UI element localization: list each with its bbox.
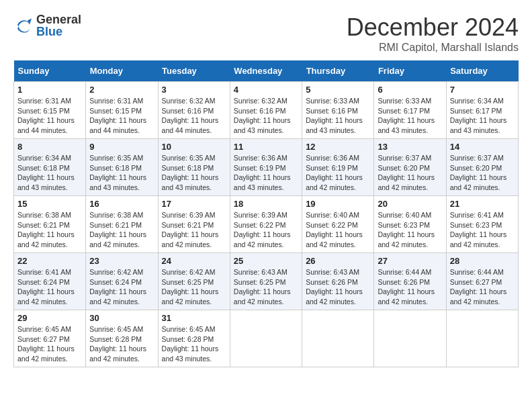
day-cell-5: 5Sunrise: 6:33 AMSunset: 6:16 PMDaylight…	[302, 82, 374, 139]
day-cell-25: 25Sunrise: 6:43 AMSunset: 6:25 PMDayligh…	[230, 253, 302, 310]
day-number: 2	[89, 85, 154, 95]
day-number: 30	[89, 313, 154, 323]
day-info: Sunrise: 6:33 AMSunset: 6:16 PMDaylight:…	[306, 96, 370, 136]
day-number: 31	[162, 313, 226, 323]
day-number: 4	[234, 85, 298, 95]
day-number: 10	[162, 142, 226, 152]
day-number: 3	[162, 85, 226, 95]
weekday-header-monday: Monday	[86, 60, 158, 82]
day-info: Sunrise: 6:31 AMSunset: 6:15 PMDaylight:…	[17, 96, 82, 136]
day-number: 14	[450, 142, 515, 152]
day-cell-31: 31Sunrise: 6:45 AMSunset: 6:28 PMDayligh…	[158, 310, 230, 367]
logo-blue: Blue	[36, 26, 81, 38]
day-info: Sunrise: 6:36 AMSunset: 6:19 PMDaylight:…	[306, 153, 370, 193]
header: General Blue December 2024 RMI Capitol, …	[13, 13, 519, 54]
weekday-header-saturday: Saturday	[446, 60, 518, 82]
day-cell-14: 14Sunrise: 6:37 AMSunset: 6:20 PMDayligh…	[446, 139, 518, 196]
day-cell-2: 2Sunrise: 6:31 AMSunset: 6:15 PMDaylight…	[86, 82, 158, 139]
day-cell-8: 8Sunrise: 6:34 AMSunset: 6:18 PMDaylight…	[14, 139, 86, 196]
weekday-header-wednesday: Wednesday	[230, 60, 302, 82]
day-cell-23: 23Sunrise: 6:42 AMSunset: 6:24 PMDayligh…	[86, 253, 158, 310]
day-info: Sunrise: 6:32 AMSunset: 6:16 PMDaylight:…	[162, 96, 226, 136]
day-number: 27	[378, 256, 442, 266]
day-info: Sunrise: 6:32 AMSunset: 6:16 PMDaylight:…	[234, 96, 298, 136]
day-number: 24	[162, 256, 226, 266]
logo: General Blue	[13, 13, 81, 38]
day-cell-24: 24Sunrise: 6:42 AMSunset: 6:25 PMDayligh…	[158, 253, 230, 310]
weekday-header-row: SundayMondayTuesdayWednesdayThursdayFrid…	[14, 60, 519, 82]
day-cell-18: 18Sunrise: 6:39 AMSunset: 6:22 PMDayligh…	[230, 196, 302, 253]
day-info: Sunrise: 6:45 AMSunset: 6:27 PMDaylight:…	[17, 324, 82, 364]
title-area: December 2024 RMI Capitol, Marshall Isla…	[347, 13, 519, 54]
day-info: Sunrise: 6:36 AMSunset: 6:19 PMDaylight:…	[234, 153, 298, 193]
day-info: Sunrise: 6:39 AMSunset: 6:21 PMDaylight:…	[162, 210, 226, 250]
day-cell-22: 22Sunrise: 6:41 AMSunset: 6:24 PMDayligh…	[14, 253, 86, 310]
day-cell-29: 29Sunrise: 6:45 AMSunset: 6:27 PMDayligh…	[14, 310, 86, 367]
day-info: Sunrise: 6:34 AMSunset: 6:17 PMDaylight:…	[450, 96, 515, 136]
day-number: 26	[306, 256, 370, 266]
month-title: December 2024	[347, 13, 519, 42]
day-number: 12	[306, 142, 370, 152]
day-cell-12: 12Sunrise: 6:36 AMSunset: 6:19 PMDayligh…	[302, 139, 374, 196]
day-cell-16: 16Sunrise: 6:38 AMSunset: 6:21 PMDayligh…	[86, 196, 158, 253]
day-cell-15: 15Sunrise: 6:38 AMSunset: 6:21 PMDayligh…	[14, 196, 86, 253]
day-info: Sunrise: 6:33 AMSunset: 6:17 PMDaylight:…	[378, 96, 442, 136]
empty-cell	[302, 310, 374, 367]
week-row-4: 22Sunrise: 6:41 AMSunset: 6:24 PMDayligh…	[14, 253, 519, 310]
day-info: Sunrise: 6:42 AMSunset: 6:25 PMDaylight:…	[162, 267, 226, 307]
week-row-1: 1Sunrise: 6:31 AMSunset: 6:15 PMDaylight…	[14, 82, 519, 139]
day-info: Sunrise: 6:37 AMSunset: 6:20 PMDaylight:…	[378, 153, 442, 193]
day-info: Sunrise: 6:45 AMSunset: 6:28 PMDaylight:…	[89, 324, 154, 364]
day-number: 28	[450, 256, 515, 266]
empty-cell	[230, 310, 302, 367]
day-cell-19: 19Sunrise: 6:40 AMSunset: 6:22 PMDayligh…	[302, 196, 374, 253]
week-row-2: 8Sunrise: 6:34 AMSunset: 6:18 PMDaylight…	[14, 139, 519, 196]
day-cell-13: 13Sunrise: 6:37 AMSunset: 6:20 PMDayligh…	[374, 139, 446, 196]
day-cell-20: 20Sunrise: 6:40 AMSunset: 6:23 PMDayligh…	[374, 196, 446, 253]
day-info: Sunrise: 6:43 AMSunset: 6:26 PMDaylight:…	[306, 267, 370, 307]
empty-cell	[446, 310, 518, 367]
day-cell-26: 26Sunrise: 6:43 AMSunset: 6:26 PMDayligh…	[302, 253, 374, 310]
day-number: 15	[17, 199, 82, 209]
day-cell-30: 30Sunrise: 6:45 AMSunset: 6:28 PMDayligh…	[86, 310, 158, 367]
day-cell-4: 4Sunrise: 6:32 AMSunset: 6:16 PMDaylight…	[230, 82, 302, 139]
day-number: 7	[450, 85, 515, 95]
weekday-header-sunday: Sunday	[14, 60, 86, 82]
day-info: Sunrise: 6:43 AMSunset: 6:25 PMDaylight:…	[234, 267, 298, 307]
day-info: Sunrise: 6:38 AMSunset: 6:21 PMDaylight:…	[89, 210, 154, 250]
day-number: 23	[89, 256, 154, 266]
weekday-header-thursday: Thursday	[302, 60, 374, 82]
day-cell-11: 11Sunrise: 6:36 AMSunset: 6:19 PMDayligh…	[230, 139, 302, 196]
day-number: 9	[89, 142, 154, 152]
day-info: Sunrise: 6:34 AMSunset: 6:18 PMDaylight:…	[17, 153, 82, 193]
location-title: RMI Capitol, Marshall Islands	[347, 42, 519, 54]
day-number: 19	[306, 199, 370, 209]
day-info: Sunrise: 6:31 AMSunset: 6:15 PMDaylight:…	[89, 96, 154, 136]
day-cell-21: 21Sunrise: 6:41 AMSunset: 6:23 PMDayligh…	[446, 196, 518, 253]
day-number: 22	[17, 256, 82, 266]
day-info: Sunrise: 6:44 AMSunset: 6:27 PMDaylight:…	[450, 267, 515, 307]
day-cell-28: 28Sunrise: 6:44 AMSunset: 6:27 PMDayligh…	[446, 253, 518, 310]
logo-icon	[13, 15, 34, 36]
logo-general: General	[36, 13, 81, 26]
week-row-5: 29Sunrise: 6:45 AMSunset: 6:27 PMDayligh…	[14, 310, 519, 367]
day-number: 8	[17, 142, 82, 152]
day-info: Sunrise: 6:38 AMSunset: 6:21 PMDaylight:…	[17, 210, 82, 250]
empty-cell	[374, 310, 446, 367]
day-cell-9: 9Sunrise: 6:35 AMSunset: 6:18 PMDaylight…	[86, 139, 158, 196]
day-info: Sunrise: 6:45 AMSunset: 6:28 PMDaylight:…	[162, 324, 226, 364]
day-info: Sunrise: 6:41 AMSunset: 6:23 PMDaylight:…	[450, 210, 515, 250]
day-number: 16	[89, 199, 154, 209]
day-info: Sunrise: 6:40 AMSunset: 6:22 PMDaylight:…	[306, 210, 370, 250]
day-number: 20	[378, 199, 442, 209]
day-number: 29	[17, 313, 82, 323]
day-cell-17: 17Sunrise: 6:39 AMSunset: 6:21 PMDayligh…	[158, 196, 230, 253]
day-info: Sunrise: 6:35 AMSunset: 6:18 PMDaylight:…	[89, 153, 154, 193]
day-info: Sunrise: 6:44 AMSunset: 6:26 PMDaylight:…	[378, 267, 442, 307]
day-number: 13	[378, 142, 442, 152]
day-number: 21	[450, 199, 515, 209]
logo-text: General Blue	[36, 13, 81, 38]
day-cell-27: 27Sunrise: 6:44 AMSunset: 6:26 PMDayligh…	[374, 253, 446, 310]
day-cell-10: 10Sunrise: 6:35 AMSunset: 6:18 PMDayligh…	[158, 139, 230, 196]
day-number: 18	[234, 199, 298, 209]
